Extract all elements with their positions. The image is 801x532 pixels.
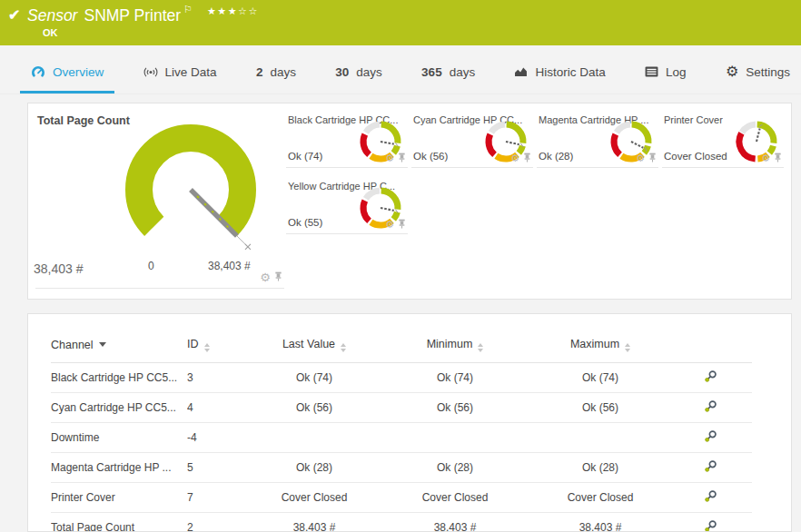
column-header-channel[interactable]: Channel xyxy=(51,330,187,363)
channel-name-cell: Printer Cover xyxy=(51,483,187,513)
small-gauge-cell[interactable]: Yellow Cartridge HP C... Ok (55) ⚙ xyxy=(286,179,408,234)
sensor-title-line: SensorSNMP Printer⚐★★★☆☆ xyxy=(27,4,259,25)
channel-gauge-icon[interactable] xyxy=(704,519,717,532)
gear-icon[interactable]: ⚙ xyxy=(260,271,271,283)
tab-settings[interactable]: ⚙ Settings xyxy=(715,53,801,94)
gear-icon[interactable]: ⚙ xyxy=(510,153,519,163)
tab-historic-data[interactable]: Historic Data xyxy=(503,53,616,94)
small-gauges-grid: Black Cartridge HP CC... Ok (74) ⚙ Cyan … xyxy=(286,113,786,234)
sort-desc-icon xyxy=(99,342,106,347)
tab-label: days xyxy=(270,65,296,79)
minimum-cell: 38,403 # xyxy=(378,513,532,532)
maximum-cell: Ok (28) xyxy=(532,453,668,483)
tab-overview[interactable]: Overview xyxy=(20,53,114,94)
tab-label: Historic Data xyxy=(535,65,605,79)
gear-icon[interactable]: ⚙ xyxy=(636,153,645,163)
maximum-cell xyxy=(532,423,668,453)
table-row[interactable]: Total Page Count 2 38,403 # 38,403 # 38,… xyxy=(51,513,752,532)
channel-name-cell: Total Page Count xyxy=(51,513,187,532)
tab-365-days[interactable]: 365 days xyxy=(410,53,486,94)
gauge-value: Cover Closed xyxy=(664,151,727,162)
log-icon xyxy=(645,66,658,77)
pin-icon[interactable] xyxy=(774,150,782,166)
tab-number: 365 xyxy=(421,65,442,79)
minimum-cell: Cover Closed xyxy=(378,483,532,513)
column-label: Maximum xyxy=(570,338,619,350)
gauge-value: Ok (55) xyxy=(288,217,322,228)
prtg-sensor-page: ✔ SensorSNMP Printer⚐★★★☆☆ OK Overview L… xyxy=(0,0,801,532)
maximum-cell: 38,403 # xyxy=(532,513,668,532)
flag-icon[interactable]: ⚐ xyxy=(183,4,193,15)
tab-log[interactable]: Log xyxy=(634,53,697,94)
maximum-cell: Ok (74) xyxy=(532,363,668,393)
channel-gauge-icon[interactable] xyxy=(704,429,717,443)
gauge-actions: ⚙ xyxy=(510,150,531,166)
primary-gauge-cell[interactable]: Total Page Count 0 38,403 # 38,403 # ⚙ xyxy=(35,103,284,289)
gauge-min-label: 0 xyxy=(148,260,154,272)
last-value-cell: Ok (28) xyxy=(251,453,378,483)
tab-number: 30 xyxy=(335,65,349,79)
primary-gauge: 0 38,403 # xyxy=(114,114,268,269)
channel-gauge-icon[interactable] xyxy=(704,399,717,413)
gear-icon[interactable]: ⚙ xyxy=(385,153,394,163)
table-row[interactable]: Cyan Cartridge HP CC5... 4 Ok (56) Ok (5… xyxy=(51,393,752,423)
tab-30-days[interactable]: 30 days xyxy=(324,53,393,94)
channels-panel: ChannelIDLast ValueMinimumMaximum Black … xyxy=(27,313,792,532)
small-gauge-cell[interactable]: Black Cartridge HP CC... Ok (74) ⚙ xyxy=(286,113,408,168)
sensor-header: ✔ SensorSNMP Printer⚐★★★☆☆ OK xyxy=(0,0,801,45)
live-icon xyxy=(143,66,158,78)
sort-icon xyxy=(625,343,630,352)
channel-id-cell: 3 xyxy=(187,363,251,393)
gauge-actions: ⚙ xyxy=(385,150,406,166)
minimum-cell xyxy=(378,423,532,453)
sort-icon xyxy=(204,343,210,352)
primary-gauge-actions: ⚙ xyxy=(260,269,282,285)
small-gauge-cell[interactable]: Magenta Cartridge HP ... Ok (28) ⚙ xyxy=(537,113,658,168)
tab-label: Overview xyxy=(53,65,104,79)
gear-icon: ⚙ xyxy=(726,64,738,79)
pin-icon[interactable] xyxy=(398,216,406,232)
tab-label: days xyxy=(356,65,382,79)
pin-icon[interactable] xyxy=(648,150,657,166)
gauge-value: Ok (74) xyxy=(288,151,322,162)
primary-gauge-value: 38,403 # xyxy=(34,261,84,276)
gauge-icon xyxy=(31,64,45,79)
priority-stars[interactable]: ★★★☆☆ xyxy=(207,5,259,16)
channel-name-cell: Black Cartridge HP CC5... xyxy=(51,363,187,393)
tab-bar: Overview Live Data 2 days 30 days 365 da… xyxy=(0,53,801,94)
channel-id-cell: 4 xyxy=(187,393,251,423)
table-row[interactable]: Magenta Cartridge HP ... 5 Ok (28) Ok (2… xyxy=(51,453,752,483)
sort-icon xyxy=(341,343,346,352)
tab-label: days xyxy=(450,65,476,79)
channel-gauge-icon[interactable] xyxy=(704,369,717,383)
tab-live-data[interactable]: Live Data xyxy=(133,53,228,94)
small-gauge-cell[interactable]: Cyan Cartridge HP CC... Ok (56) ⚙ xyxy=(411,113,533,168)
channel-id-cell: 2 xyxy=(187,513,251,532)
pin-icon[interactable] xyxy=(274,269,282,285)
gauge-max-label: 38,403 # xyxy=(208,260,251,272)
gauge-value: Ok (56) xyxy=(413,151,448,162)
table-row[interactable]: Downtime -4 xyxy=(51,423,752,453)
gauge-actions: ⚙ xyxy=(761,150,782,166)
column-header-last-value[interactable]: Last Value xyxy=(251,330,378,363)
last-value-cell: Cover Closed xyxy=(251,483,378,513)
channel-gauge-icon[interactable] xyxy=(704,459,717,473)
gear-icon[interactable]: ⚙ xyxy=(385,220,394,230)
pin-icon[interactable] xyxy=(398,150,406,166)
table-row[interactable]: Black Cartridge HP CC5... 3 Ok (74) Ok (… xyxy=(51,363,752,393)
column-header-minimum[interactable]: Minimum xyxy=(378,330,532,363)
channels-table: ChannelIDLast ValueMinimumMaximum Black … xyxy=(51,330,752,532)
pin-icon[interactable] xyxy=(523,150,531,166)
table-header-row: ChannelIDLast ValueMinimumMaximum xyxy=(51,330,752,363)
small-gauge-cell[interactable]: Printer Cover Cover Closed ⚙ xyxy=(662,113,784,168)
channel-gauge-icon[interactable] xyxy=(704,489,717,503)
column-header-maximum[interactable]: Maximum xyxy=(532,330,668,363)
last-value-cell: 38,403 # xyxy=(251,513,378,532)
tab-2-days[interactable]: 2 days xyxy=(245,53,307,94)
column-label: Minimum xyxy=(427,338,473,350)
channel-id-cell: 7 xyxy=(187,483,251,513)
gear-icon[interactable]: ⚙ xyxy=(761,153,770,163)
table-row[interactable]: Printer Cover 7 Cover Closed Cover Close… xyxy=(51,483,752,513)
stars-filled: ★★★ xyxy=(207,5,238,16)
column-header-id[interactable]: ID xyxy=(187,330,251,363)
